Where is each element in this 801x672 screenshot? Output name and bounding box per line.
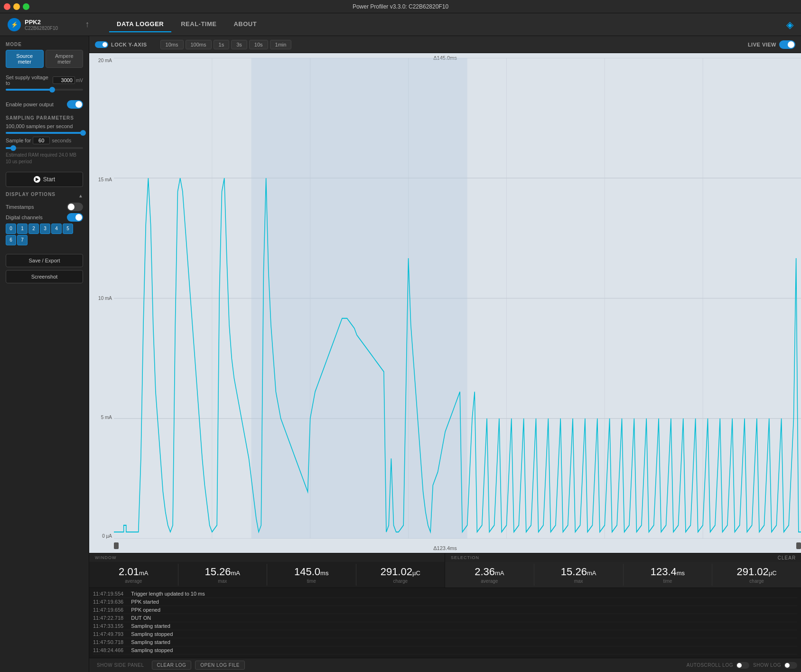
- selection-max: 15.26mA max: [534, 564, 624, 585]
- channel-btn-3[interactable]: 3: [40, 224, 50, 234]
- titlebar: Power Profiler v3.3.0: C22B62820F10: [0, 0, 801, 13]
- selection-average-value: 2.36mA: [447, 566, 532, 578]
- selection-time-value: 123.4ms: [625, 566, 710, 578]
- close-button[interactable]: [4, 3, 10, 10]
- left-scrubber[interactable]: [114, 542, 119, 549]
- time-btn-10ms[interactable]: 10ms: [160, 40, 184, 49]
- channel-btn-5[interactable]: 5: [63, 224, 73, 234]
- power-output-section: Enable power output: [6, 100, 83, 109]
- lock-y-knob: [102, 42, 107, 47]
- window-max: 15.26mA max: [178, 564, 268, 585]
- start-label: Start: [43, 176, 55, 183]
- time-btn-3s[interactable]: 3s: [231, 40, 247, 49]
- mode-label: MODE: [6, 42, 83, 47]
- log-entry: 11:47:49.793 Sampling stopped: [93, 630, 797, 638]
- start-button[interactable]: Start: [6, 172, 83, 187]
- sample-for-unit: seconds: [52, 138, 71, 143]
- minimize-button[interactable]: [13, 3, 20, 10]
- digital-channels-label: Digital channels: [6, 215, 43, 220]
- selection-max-value: 15.26mA: [536, 566, 621, 578]
- log-time: 11:47:22.718: [93, 615, 123, 621]
- autoscroll-row: AUTOSCROLL LOG: [687, 662, 749, 669]
- y-label-5ma: 5 mA: [91, 415, 112, 420]
- lock-y-row: LOCK Y-AXIS: [95, 41, 147, 48]
- time-btn-1min[interactable]: 1min: [270, 40, 292, 49]
- power-output-toggle[interactable]: [67, 100, 83, 109]
- channel-btn-2[interactable]: 2: [28, 224, 39, 234]
- ram-line1: Estimated RAM required 24.0 MB: [6, 152, 83, 159]
- lock-y-toggle[interactable]: [95, 41, 108, 48]
- selection-charge-value: 291.02µC: [714, 566, 799, 578]
- supply-slider-fill: [6, 89, 52, 91]
- duration-slider[interactable]: [6, 147, 83, 149]
- nav-tabs: DATA LOGGER REAL-TIME ABOUT: [109, 17, 264, 32]
- autoscroll-label: AUTOSCROLL LOG: [687, 663, 733, 668]
- time-btn-1s[interactable]: 1s: [214, 40, 230, 49]
- chart-area[interactable]: Δ145.0ms 20 mA 15 mA 10 mA 5 mA 0 µA: [89, 53, 801, 553]
- duration-slider-thumb[interactable]: [10, 145, 16, 151]
- ampere-meter-button[interactable]: Ampere meter: [46, 50, 84, 68]
- display-options-header[interactable]: DISPLAY OPTIONS ▲: [6, 192, 83, 200]
- y-label-0ua: 0 µA: [91, 533, 112, 539]
- y-label-15ma: 15 mA: [91, 177, 112, 182]
- display-options-content: Timestamps Digital channels 0 1: [6, 203, 83, 245]
- live-view-toggle[interactable]: [779, 40, 795, 49]
- show-side-panel[interactable]: SHOW SIDE PANEL: [93, 663, 148, 668]
- channel-btn-6[interactable]: 6: [6, 235, 16, 245]
- display-options-label: DISPLAY OPTIONS: [6, 192, 56, 197]
- channel-btn-4[interactable]: 4: [51, 224, 62, 234]
- supply-row: Set supply voltage to 3000 mV: [6, 75, 83, 86]
- log-time: 11:47:33.155: [93, 623, 123, 629]
- clear-button[interactable]: CLEAR: [775, 554, 799, 561]
- window-controls: [4, 3, 29, 10]
- tab-about[interactable]: ABOUT: [226, 17, 264, 32]
- clear-log-button[interactable]: CLEAR LOG: [152, 661, 192, 670]
- supply-value: 3000: [53, 76, 75, 84]
- navbar: ⚡ PPK2 C22B62820F10 ↑ DATA LOGGER REAL-T…: [0, 13, 801, 36]
- selection-charge: 291.02µC charge: [712, 564, 801, 585]
- supply-slider-thumb[interactable]: [49, 87, 55, 93]
- save-export-button[interactable]: Save / Export: [6, 254, 83, 267]
- time-btn-10s[interactable]: 10s: [249, 40, 268, 49]
- autoscroll-toggle[interactable]: [736, 662, 749, 669]
- log-entry: 11:47:19.656 PPK opened: [93, 606, 797, 614]
- log-time: 11:47:49.793: [93, 631, 123, 637]
- log-panel[interactable]: 11:47:19.554 Trigger length updated to 1…: [89, 588, 801, 658]
- time-btn-100ms[interactable]: 100ms: [186, 40, 212, 49]
- stats-clear: CLEAR: [773, 553, 801, 562]
- channel-btn-0[interactable]: 0: [6, 224, 16, 234]
- supply-section: Set supply voltage to 3000 mV: [6, 75, 83, 93]
- timestamps-toggle[interactable]: [67, 203, 83, 211]
- window-charge: 291.02µC charge: [356, 564, 445, 585]
- brand-name: PPK2: [25, 19, 58, 26]
- channel-btn-1[interactable]: 1: [17, 224, 28, 234]
- tab-real-time[interactable]: REAL-TIME: [173, 17, 224, 32]
- supply-label: Set supply voltage to: [6, 75, 53, 86]
- screenshot-button[interactable]: Screenshot: [6, 270, 83, 283]
- source-meter-button[interactable]: Source meter: [6, 50, 44, 68]
- maximize-button[interactable]: [23, 3, 29, 10]
- nav-right: ◈: [786, 19, 793, 30]
- show-log-toggle[interactable]: [784, 662, 797, 669]
- ram-info: Estimated RAM required 24.0 MB 10 us per…: [6, 152, 83, 165]
- selection-stats: 2.36mA average 15.26mA max 123.4ms time: [445, 562, 801, 588]
- upgrade-button[interactable]: ↑: [81, 18, 94, 31]
- tab-data-logger[interactable]: DATA LOGGER: [109, 17, 171, 32]
- ram-line2: 10 us period: [6, 159, 83, 165]
- selection-time: 123.4ms time: [624, 564, 713, 585]
- sampling-slider-thumb[interactable]: [80, 130, 86, 136]
- y-label-20ma: 20 mA: [91, 58, 112, 63]
- right-scrubber[interactable]: [796, 542, 801, 549]
- sampling-slider-fill: [6, 132, 83, 134]
- log-entry: 11:47:19.636 PPK started: [93, 598, 797, 606]
- open-log-file-button[interactable]: OPEN LOG FILE: [195, 661, 245, 670]
- log-time: 11:47:19.554: [93, 591, 123, 597]
- selection-average: 2.36mA average: [445, 564, 534, 585]
- supply-slider[interactable]: [6, 89, 83, 91]
- digital-channels-toggle[interactable]: [67, 213, 83, 222]
- channel-btn-7[interactable]: 7: [17, 235, 28, 245]
- power-output-row: Enable power output: [6, 100, 83, 109]
- sampling-slider[interactable]: [6, 132, 83, 134]
- power-output-label: Enable power output: [6, 102, 54, 107]
- log-time: 11:47:50.718: [93, 639, 123, 645]
